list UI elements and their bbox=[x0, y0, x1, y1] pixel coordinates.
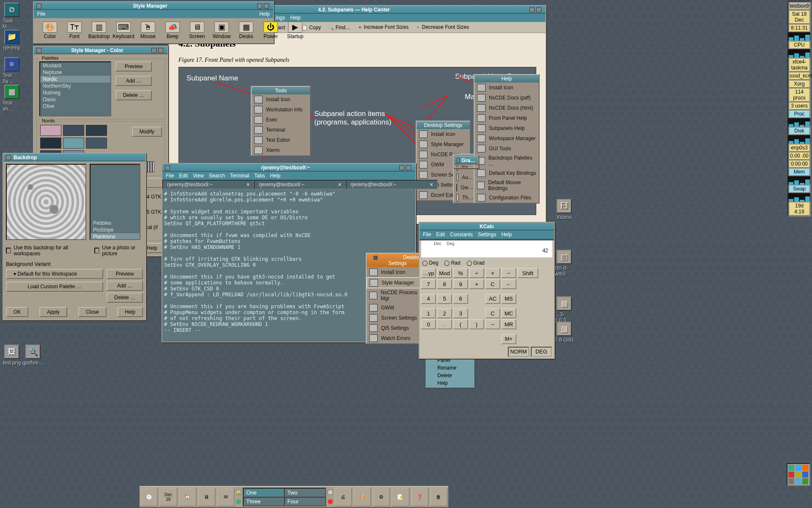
palette-item[interactable]: Oasis bbox=[40, 96, 110, 103]
titlebar[interactable]: Gra… bbox=[454, 157, 478, 164]
close-icon[interactable]: × bbox=[338, 182, 341, 188]
panel-small[interactable] bbox=[328, 490, 333, 495]
menu-edit[interactable]: Edit bbox=[179, 173, 188, 179]
palette-item[interactable]: Nutmeg bbox=[40, 89, 110, 96]
help-button[interactable]: ❓ bbox=[411, 488, 428, 506]
backdrop-item[interactable]: Pebbles bbox=[91, 220, 140, 226]
subpanel-item[interactable]: Th… bbox=[454, 193, 476, 203]
procmgr-button[interactable]: ⚙ bbox=[373, 488, 390, 506]
tool-keyboard[interactable]: ⌨Keyboard bbox=[112, 22, 135, 39]
tray-icon[interactable] bbox=[788, 465, 794, 471]
palette-item[interactable]: NorthernSky bbox=[40, 83, 110, 89]
backdrop-list[interactable]: PebblesPinStripePlanktons bbox=[90, 164, 140, 240]
tool-screen[interactable]: 🖥Screen bbox=[185, 22, 209, 39]
context-item[interactable]: Rename bbox=[431, 364, 469, 372]
calc-key[interactable]: ( bbox=[453, 319, 468, 329]
color-swatch[interactable] bbox=[63, 125, 84, 136]
lock-icon[interactable]: 🔒 bbox=[236, 490, 241, 495]
subpanel-item[interactable]: Xterm bbox=[252, 145, 310, 155]
menu-search[interactable]: Search bbox=[209, 173, 225, 179]
calc-key[interactable]: 8 bbox=[437, 279, 452, 289]
calc-key[interactable]: 2 bbox=[437, 308, 452, 318]
tray-icon[interactable] bbox=[796, 465, 801, 471]
subpanel-item[interactable]: Exec bbox=[252, 115, 310, 125]
color-swatch[interactable] bbox=[86, 138, 107, 149]
calc-key[interactable]: 5 bbox=[437, 294, 452, 304]
printer-button[interactable]: 🖨 bbox=[335, 488, 352, 506]
load-palette-button[interactable]: Load Custom Palette … bbox=[6, 282, 103, 292]
subpanel-item[interactable]: Text Editor bbox=[252, 135, 310, 145]
desktop-icon[interactable]: 🖼test.png bbox=[3, 345, 21, 366]
subpanel-item[interactable]: Subpanels Help bbox=[475, 123, 539, 133]
maximize-icon[interactable] bbox=[536, 7, 541, 12]
tray-icon[interactable] bbox=[796, 472, 801, 478]
subpanel-item[interactable]: Style Manager bbox=[417, 139, 470, 149]
titlebar[interactable]: KCalc bbox=[420, 223, 554, 230]
calc-key[interactable]: 1 bbox=[421, 308, 436, 318]
menu-help[interactable]: Help bbox=[270, 173, 281, 179]
subpanel-title[interactable]: Help bbox=[475, 75, 539, 83]
minimize-icon[interactable] bbox=[529, 7, 535, 12]
pager[interactable]: One Two Three Four bbox=[243, 488, 326, 506]
subpanel-item[interactable]: Default Key Bindings bbox=[475, 168, 539, 178]
deg-radio[interactable]: ◯ Deg bbox=[422, 260, 438, 266]
mail-button[interactable]: ✉ bbox=[217, 488, 234, 506]
titlebar[interactable]: Backdrop bbox=[3, 154, 145, 161]
desktop-icon[interactable]: 🔍qpdfvie… bbox=[24, 345, 42, 366]
subpanel-item[interactable]: NsCDE Docs (html) bbox=[475, 103, 539, 113]
tray-icon[interactable] bbox=[796, 478, 801, 484]
palette-item[interactable]: Neptune bbox=[40, 69, 110, 76]
calc-key[interactable]: ÷ bbox=[469, 268, 484, 278]
window-menu-icon[interactable] bbox=[6, 155, 11, 160]
calc-key[interactable]: ← bbox=[501, 279, 516, 289]
calc-key[interactable]: MS bbox=[501, 294, 516, 304]
calc-key[interactable]: MC bbox=[501, 308, 516, 318]
window-menu-icon[interactable] bbox=[457, 158, 460, 163]
pager-two[interactable]: Two bbox=[284, 488, 325, 497]
subpanel-item[interactable]: Install Icon bbox=[252, 94, 310, 105]
home-button[interactable]: 🏠 bbox=[179, 488, 196, 506]
menu-edit[interactable]: Edit bbox=[436, 232, 445, 237]
desktop-icon[interactable]: ≡Test Sy… bbox=[3, 57, 21, 84]
titlebar[interactable]: rjeremy@testbox9:~ bbox=[162, 164, 415, 171]
palette-item[interactable]: Mustard bbox=[40, 62, 110, 69]
help-button[interactable]: Help bbox=[117, 307, 143, 317]
menu-help[interactable]: Help bbox=[259, 11, 270, 17]
calc-key[interactable]: M+ bbox=[501, 334, 516, 344]
subpanel-item[interactable]: Install Icon bbox=[417, 129, 470, 139]
tray-icon[interactable] bbox=[788, 478, 794, 484]
titlebar[interactable]: Style Manager bbox=[34, 2, 273, 10]
grad-radio[interactable]: ◯ Grad bbox=[466, 260, 485, 266]
desktop-icon[interactable]: 🎞Videos bbox=[555, 199, 573, 220]
tool-startup[interactable]: ▶Startup bbox=[283, 22, 307, 39]
subpanel-item[interactable]: Default Mouse Bindings bbox=[475, 178, 539, 193]
close-icon[interactable]: × bbox=[430, 182, 433, 188]
window-menu-icon[interactable] bbox=[36, 3, 41, 8]
apply-button[interactable]: Apply bbox=[39, 307, 67, 317]
desktop-icon[interactable]: ▦…3-1.0.3 bbox=[555, 296, 573, 323]
increase-font-button[interactable]: ＋ Increase Font Sizes bbox=[357, 24, 409, 31]
close-icon[interactable]: × bbox=[247, 182, 250, 188]
tool-backdrop[interactable]: ▥Backdrop bbox=[87, 22, 111, 39]
calc-key[interactable]: 9 bbox=[453, 279, 468, 289]
maximize-icon[interactable] bbox=[158, 48, 163, 53]
pager-one[interactable]: One bbox=[243, 488, 284, 497]
palette-item[interactable]: Nordic bbox=[40, 76, 110, 83]
menu-item[interactable]: Help bbox=[290, 15, 301, 21]
color-swatch[interactable] bbox=[40, 138, 61, 149]
calc-key[interactable]: Shift bbox=[517, 268, 538, 278]
tray-icon[interactable] bbox=[802, 478, 808, 484]
menu-settings[interactable]: Settings bbox=[478, 232, 496, 237]
desktop-icon[interactable]: ▦Year an… bbox=[3, 85, 21, 112]
context-item[interactable]: Delete bbox=[431, 372, 469, 379]
menu-help[interactable]: Help bbox=[501, 232, 512, 237]
tool-power[interactable]: ⏻Power bbox=[259, 22, 283, 39]
menu-tabs[interactable]: Tabs bbox=[254, 173, 265, 179]
pager-three[interactable]: Three bbox=[243, 497, 284, 506]
calc-key[interactable]: × bbox=[485, 268, 500, 278]
terminal-tab[interactable]: rjeremy@testbox9:~× bbox=[254, 180, 346, 189]
terminal-button[interactable]: 🖥 bbox=[198, 488, 215, 506]
minimize-icon[interactable] bbox=[257, 3, 262, 8]
calc-key[interactable]: 0 bbox=[421, 319, 436, 329]
subpanel-item[interactable]: NsCDE Docs (pdf) bbox=[475, 93, 539, 103]
